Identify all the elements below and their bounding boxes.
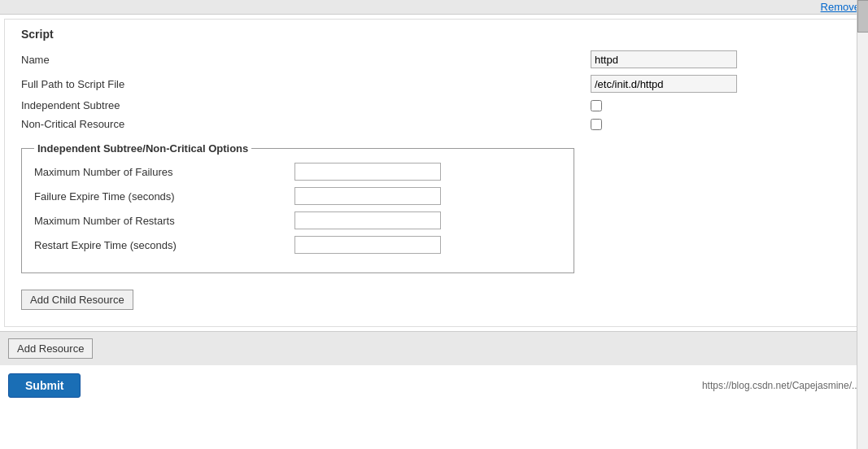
max-restarts-label: Maximum Number of Restarts [34, 215, 294, 227]
script-section: Script Name Full Path to Script File Ind… [4, 19, 864, 327]
name-row: Name [21, 50, 847, 68]
failure-expire-label: Failure Expire Time (seconds) [34, 190, 294, 203]
script-title: Script [21, 28, 847, 41]
non-critical-label: Non-Critical Resource [21, 118, 591, 130]
failure-expire-input[interactable] [294, 187, 441, 205]
fieldset-legend: Independent Subtree/Non-Critical Options [34, 142, 251, 155]
submit-section: Submit https://blog.csdn.net/Capejasmine… [0, 365, 868, 406]
scrollbar-thumb[interactable] [857, 0, 868, 33]
non-critical-checkbox[interactable] [591, 119, 602, 130]
restart-expire-input[interactable] [294, 236, 441, 254]
full-path-label: Full Path to Script File [21, 78, 591, 90]
submit-button[interactable]: Submit [8, 373, 81, 398]
full-path-input[interactable] [591, 75, 737, 93]
non-critical-row: Non-Critical Resource [21, 118, 847, 130]
full-path-row: Full Path to Script File [21, 75, 847, 93]
restart-expire-row: Restart Expire Time (seconds) [34, 236, 561, 254]
add-child-resource-button[interactable]: Add Child Resource [21, 290, 133, 310]
max-failures-row: Maximum Number of Failures [34, 163, 561, 181]
independent-subtree-row: Independent Subtree [21, 99, 847, 111]
footer-url: https://blog.csdn.net/Capejasmine/... [702, 380, 860, 391]
name-input[interactable] [591, 50, 737, 68]
failure-expire-row: Failure Expire Time (seconds) [34, 187, 561, 205]
main-container: Remove Script Name Full Path to Script F… [0, 0, 868, 449]
restart-expire-label: Restart Expire Time (seconds) [34, 239, 294, 251]
scrollbar-track[interactable] [857, 0, 868, 449]
remove-link[interactable]: Remove [821, 1, 860, 13]
independent-subtree-checkbox[interactable] [591, 100, 602, 111]
max-failures-label: Maximum Number of Failures [34, 166, 294, 178]
max-restarts-row: Maximum Number of Restarts [34, 211, 561, 229]
add-resource-button[interactable]: Add Resource [8, 338, 93, 359]
max-restarts-input[interactable] [294, 211, 441, 229]
top-bar: Remove [0, 0, 868, 15]
max-failures-input[interactable] [294, 163, 441, 181]
name-label: Name [21, 54, 591, 66]
independent-subtree-label: Independent Subtree [21, 99, 591, 111]
bottom-bar: Add Resource [0, 331, 868, 365]
fieldset-section: Independent Subtree/Non-Critical Options… [21, 142, 574, 273]
